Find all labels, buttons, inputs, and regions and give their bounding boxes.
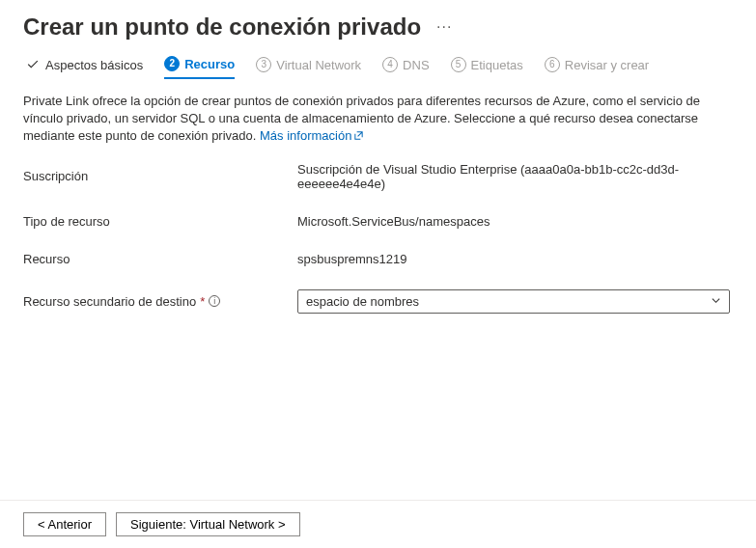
page-title: Crear un punto de conexión privado — [23, 14, 421, 41]
tab-tags-label: Etiquetas — [471, 58, 523, 72]
tab-vnet-label: Virtual Network — [276, 58, 361, 72]
tab-basics[interactable]: Aspectos básicos — [25, 57, 143, 78]
chevron-down-icon — [711, 295, 721, 308]
target-subresource-select[interactable]: espacio de nombres — [297, 289, 730, 314]
tab-virtual-network[interactable]: 3 Virtual Network — [256, 57, 361, 78]
resource-type-label: Tipo de recurso — [23, 214, 297, 229]
tab-resource[interactable]: 2 Recurso — [164, 56, 235, 79]
info-icon[interactable]: i — [209, 295, 220, 307]
required-asterisk: * — [200, 294, 205, 309]
step-number-icon: 4 — [382, 57, 398, 72]
step-number-icon: 3 — [256, 57, 271, 72]
tab-basics-label: Aspectos básicos — [45, 58, 143, 72]
more-actions-icon[interactable]: ··· — [436, 18, 452, 36]
resource-value: spsbuspremns1219 — [297, 252, 733, 266]
tab-tags[interactable]: 5 Etiquetas — [451, 57, 523, 78]
tab-dns[interactable]: 4 DNS — [382, 57, 429, 78]
wizard-tabs: Aspectos básicos 2 Recurso 3 Virtual Net… — [0, 48, 756, 79]
learn-more-link[interactable]: Más información — [260, 128, 364, 143]
footer-bar: < Anterior Siguiente: Virtual Network > — [0, 500, 756, 536]
tab-dns-label: DNS — [403, 58, 429, 72]
tab-review-create[interactable]: 6 Revisar y crear — [545, 57, 649, 78]
subscription-label: Suscripción — [23, 169, 297, 183]
intro-text: Private Link ofrece la opción de crear p… — [23, 93, 733, 147]
previous-button[interactable]: < Anterior — [23, 512, 106, 536]
target-subresource-label: Recurso secundario de destino * i — [23, 294, 297, 309]
resource-type-value: Microsoft.ServiceBus/namespaces — [297, 214, 733, 229]
tab-resource-label: Recurso — [184, 57, 235, 71]
resource-label: Recurso — [23, 252, 297, 266]
target-subresource-value: espacio de nombres — [306, 294, 419, 309]
tab-review-label: Revisar y crear — [565, 58, 649, 72]
check-icon — [25, 57, 41, 72]
step-number-icon: 5 — [451, 57, 466, 72]
subscription-value: Suscripción de Visual Studio Enterprise … — [297, 162, 733, 191]
step-number-icon: 6 — [545, 57, 560, 72]
next-button[interactable]: Siguiente: Virtual Network > — [116, 512, 300, 536]
external-link-icon — [353, 128, 364, 146]
step-number-icon: 2 — [164, 56, 180, 71]
